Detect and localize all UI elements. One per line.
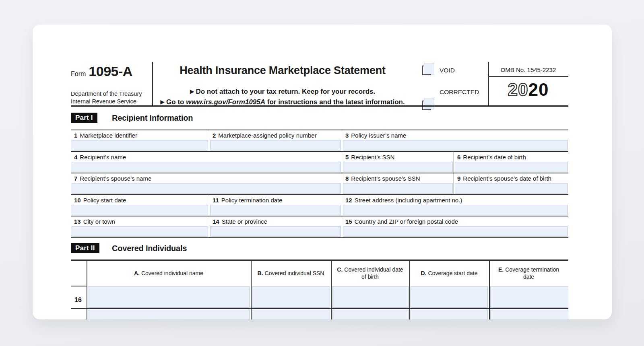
row16-name-input[interactable] (88, 286, 250, 308)
form-1095a: Form 1095-A Department of the Treasury I… (71, 61, 568, 319)
part2-header-rownum (71, 260, 87, 286)
part2-header-col-a: A.Covered individual name (87, 260, 251, 286)
department-lines: Department of the Treasury Internal Reve… (71, 90, 142, 105)
recipient-name-input[interactable] (72, 162, 341, 172)
year-solid-digits: 20 (528, 80, 549, 99)
instruction-2-suffix: for instructions and the latest informat… (265, 98, 405, 106)
row17-ssn-input[interactable] (252, 310, 330, 319)
field-label: Recipient’s spouse’s name (80, 175, 151, 182)
void-checkbox-field (424, 64, 434, 74)
state-input[interactable] (210, 226, 341, 237)
field-label: City or town (83, 218, 115, 225)
part2-header-row: A.Covered individual name B.Covered indi… (71, 260, 568, 286)
spouse-ssn-input[interactable] (343, 183, 453, 194)
instruction-2-prefix: Go to (166, 98, 186, 106)
irs-url: www.irs.gov/Form1095A (186, 98, 265, 106)
country-zip-input[interactable] (343, 226, 568, 237)
omb-underline (488, 76, 568, 77)
form-word: Form (71, 70, 86, 78)
instruction-line-1: ▶Do not attach to your tax return. Keep … (152, 88, 413, 96)
part2-header-col-b: B.Covered individual SSN (251, 260, 331, 286)
policy-number-input[interactable] (210, 140, 341, 150)
part1-row-5: 13City or town 14State or province 15Cou… (71, 216, 568, 237)
row17-name-input[interactable] (88, 310, 250, 319)
row17-dob-input[interactable] (332, 310, 409, 319)
field-label: Policy termination date (221, 197, 283, 204)
form-number-block: Form 1095-A (71, 64, 132, 79)
part1-row-4: 10Policy start date 11Policy termination… (71, 194, 568, 216)
field-label: Recipient’s name (80, 154, 126, 161)
field-label: Marketplace identifier (80, 132, 137, 139)
header-bottom-border (71, 105, 568, 107)
policy-start-date-input[interactable] (72, 205, 208, 215)
row17-coverage-start-input[interactable] (411, 310, 488, 319)
city-input[interactable] (72, 226, 208, 237)
street-address-input[interactable] (343, 205, 568, 215)
field-label: Marketplace-assigned policy number (218, 132, 316, 139)
field-label: Street address (including apartment no.) (355, 197, 462, 204)
part1-row-2: 4Recipient’s name 5Recipient’s SSN 6Reci… (71, 151, 568, 173)
dept-line-2: Internal Revenue Service (71, 98, 142, 105)
tax-year: 2020 (488, 80, 568, 100)
form-title: Health Insurance Marketplace Statement (152, 64, 413, 77)
year-outline-digits: 20 (508, 80, 528, 99)
policy-issuer-name-input[interactable] (343, 140, 568, 150)
corrected-checkbox-field (424, 99, 434, 109)
spouse-name-input[interactable] (72, 183, 341, 194)
part2-header-col-d: D.Coverage start date (409, 260, 489, 286)
field-label: State or province (222, 218, 267, 225)
corrected-label: CORRECTED (440, 89, 479, 96)
field-label: Policy start date (83, 197, 126, 204)
field-label: Policy issuer’s name (351, 132, 406, 139)
part1-title: Recipient Information (112, 113, 193, 123)
part1-row-1: 1Marketplace identifier 2Marketplace-ass… (71, 130, 568, 151)
part2-header-col-c: C.Covered individual date of birth (331, 260, 409, 286)
part2-header-col-e: E.Coverage termination date (489, 260, 568, 286)
field-label: Recipient’s date of birth (463, 154, 526, 161)
recipient-ssn-input[interactable] (343, 162, 453, 172)
row16-ssn-input[interactable] (252, 286, 330, 308)
field-label: Recipient’s spouse’s date of birth (463, 175, 551, 182)
part1-badge: Part I (71, 113, 97, 123)
void-label: VOID (440, 67, 455, 74)
recipient-dob-input[interactable] (455, 162, 568, 172)
field-label: Recipient’s SSN (351, 154, 394, 161)
instruction-line-2: ▶Go to www.irs.gov/Form1095A for instruc… (152, 98, 413, 106)
part2-title: Covered Individuals (112, 244, 187, 253)
dept-line-1: Department of the Treasury (71, 90, 142, 98)
part2-badge: Part II (71, 243, 99, 253)
instruction-1-text: Do not attach to your tax return. Keep f… (196, 88, 375, 95)
part1-bottom-border (71, 237, 568, 238)
row16-coverage-start-input[interactable] (411, 286, 488, 308)
form-number: 1095-A (89, 64, 132, 79)
field-label: Recipient’s spouse’s SSN (351, 175, 420, 182)
policy-termination-date-input[interactable] (210, 205, 341, 215)
spouse-dob-input[interactable] (455, 183, 568, 194)
omb-number: OMB No. 1545-2232 (488, 66, 568, 73)
row-separator (71, 308, 568, 309)
part1-row-3: 7Recipient’s spouse’s name 8Recipient’s … (71, 173, 568, 194)
row16-number: 16 (74, 297, 82, 304)
form-card: Form 1095-A Department of the Treasury I… (33, 25, 612, 319)
field-label: Country and ZIP or foreign postal code (355, 218, 458, 225)
marketplace-identifier-input[interactable] (72, 140, 208, 150)
row17-coverage-termination-input[interactable] (490, 310, 568, 319)
row16-coverage-termination-input[interactable] (490, 286, 568, 308)
void-checkbox[interactable] (422, 64, 436, 77)
row16-dob-input[interactable] (332, 286, 409, 308)
arrow-icon: ▶ (190, 88, 194, 95)
page-background: Form 1095-A Department of the Treasury I… (0, 0, 644, 346)
row16-left-tick (71, 286, 87, 286)
arrow-icon: ▶ (160, 99, 165, 105)
